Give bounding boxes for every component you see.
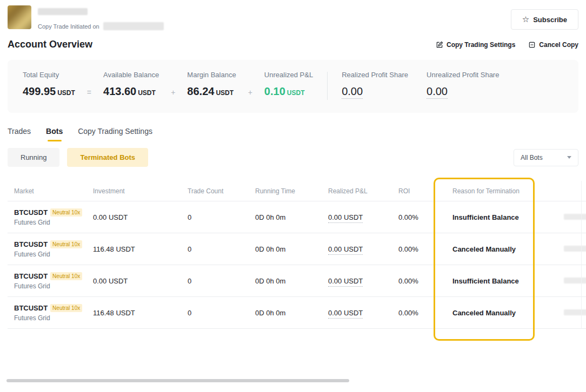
investment-cell: 116.48 USDT (93, 309, 188, 317)
trade-count-cell: 0 (188, 213, 255, 221)
action-redacted[interactable] (564, 309, 586, 315)
col-header-roi: ROI (398, 187, 452, 195)
table-header-row: Market Investment Trade Count Running Ti… (8, 181, 586, 201)
table-row: BTCUSDTNeutral 10x Futures Grid 116.48 U… (8, 297, 586, 329)
minus-square-icon (528, 41, 536, 49)
tab-trades[interactable]: Trades (8, 127, 31, 141)
subscribe-label: Subscribe (533, 16, 567, 24)
market-cell: BTCUSDTNeutral 10x Futures Grid (14, 240, 93, 258)
termination-reason-cell: Canceled Manually (452, 245, 561, 253)
stat-available-balance: Available Balance 413.60USDT (103, 71, 159, 98)
stat-unrealized-pnl: Unrealized P&L 0.10USDT (264, 71, 313, 98)
stats-divider (327, 72, 328, 100)
stat-label: Available Balance (103, 71, 159, 79)
col-header-market: Market (14, 187, 93, 195)
roi-cell: 0.00% (398, 309, 452, 317)
bots-filter-row: Running Terminated Bots All Bots (0, 148, 586, 167)
col-header-trade-count: Trade Count (188, 187, 255, 195)
trade-count-cell: 0 (188, 277, 255, 285)
stat-value: 0.00 (342, 85, 408, 98)
leverage-badge: Neutral 10x (50, 272, 82, 280)
realized-pnl-cell: 0.00 USDT (328, 245, 398, 253)
unit-label: USDT (216, 89, 234, 97)
terminated-bots-table: Market Investment Trade Count Running Ti… (8, 181, 586, 329)
running-time-cell: 0D 0h 0m (255, 213, 328, 221)
copy-trading-settings-link[interactable]: Copy Trading Settings (436, 41, 515, 49)
initiated-label: Copy Trade Initiated on (38, 23, 99, 30)
stat-unrealized-profit-share: Unrealized Profit Share 0.00 (427, 71, 499, 98)
trader-meta: Copy Trade Initiated on (38, 5, 164, 30)
plus-operator: + (171, 88, 175, 97)
realized-pnl-cell: 0.00 USDT (328, 213, 398, 221)
roi-cell: 0.00% (398, 277, 452, 285)
unit-label: USDT (287, 89, 305, 97)
leverage-badge: Neutral 10x (50, 304, 82, 312)
roi-cell: 0.00% (398, 245, 452, 253)
top-bar: Copy Trade Initiated on ☆ Subscribe (0, 5, 586, 30)
equals-operator: = (87, 88, 91, 97)
market-pair: BTCUSDT (14, 208, 48, 217)
all-bots-dropdown[interactable]: All Bots (514, 149, 578, 166)
trader-avatar (8, 5, 31, 29)
strategy-type: Futures Grid (14, 314, 93, 322)
stat-value: 86.24USDT (187, 85, 236, 98)
market-cell: BTCUSDTNeutral 10x Futures Grid (14, 272, 93, 290)
termination-reason-cell: Canceled Manually (452, 309, 561, 317)
market-pair: BTCUSDT (14, 272, 48, 280)
horizontal-scrollbar-thumb[interactable] (6, 379, 349, 382)
action-cell (561, 213, 586, 221)
tab-bots[interactable]: Bots (46, 127, 63, 141)
cancel-copy-link[interactable]: Cancel Copy (528, 41, 578, 49)
copy-trading-settings-label: Copy Trading Settings (447, 41, 515, 49)
subscribe-button[interactable]: ☆ Subscribe (511, 9, 578, 30)
star-icon: ☆ (522, 15, 529, 24)
strategy-type: Futures Grid (14, 251, 93, 258)
stat-label: Unrealized Profit Share (427, 71, 499, 79)
pinned-column-divider (581, 181, 582, 329)
unit-label: USDT (138, 89, 156, 97)
stat-value: 0.10USDT (264, 85, 313, 98)
account-stats-panel: Total Equity 499.95USDT = Available Bala… (8, 60, 578, 113)
table-row: BTCUSDTNeutral 10x Futures Grid 116.48 U… (8, 233, 586, 265)
main-tabs: Trades Bots Copy Trading Settings (0, 127, 586, 141)
market-pair: BTCUSDT (14, 240, 48, 248)
running-filter-button[interactable]: Running (8, 148, 59, 167)
all-bots-dropdown-value: All Bots (521, 154, 543, 161)
tab-copy-trading-settings[interactable]: Copy Trading Settings (78, 127, 152, 141)
col-header-investment: Investment (93, 187, 188, 195)
stat-value: 0.00 (427, 85, 499, 98)
stat-value: 413.60USDT (103, 85, 159, 98)
realized-pnl-cell: 0.00 USDT (328, 277, 398, 285)
terminated-bots-filter-button[interactable]: Terminated Bots (67, 148, 148, 167)
strategy-type: Futures Grid (14, 219, 93, 226)
stat-realized-profit-share: Realized Profit Share 0.00 (342, 71, 408, 98)
stat-label: Total Equity (23, 71, 75, 79)
strategy-type: Futures Grid (14, 282, 93, 290)
stat-total-equity: Total Equity 499.95USDT (23, 71, 75, 98)
market-cell: BTCUSDTNeutral 10x Futures Grid (14, 208, 93, 226)
trade-count-cell: 0 (188, 245, 255, 253)
action-cell (561, 245, 586, 253)
action-redacted[interactable] (564, 278, 586, 283)
market-cell: BTCUSDTNeutral 10x Futures Grid (14, 304, 93, 322)
investment-cell: 0.00 USDT (93, 277, 188, 285)
plus-operator: + (248, 88, 252, 97)
copy-trade-initiated: Copy Trade Initiated on (38, 22, 164, 30)
table-row: BTCUSDTNeutral 10x Futures Grid 0.00 USD… (8, 201, 586, 233)
stat-label: Realized Profit Share (342, 71, 408, 79)
leverage-badge: Neutral 10x (50, 208, 82, 217)
col-header-reason: Reason for Termination (452, 187, 561, 195)
termination-reason-cell: Insufficient Balance (452, 213, 561, 221)
edit-icon (436, 41, 443, 49)
chevron-down-icon (567, 156, 571, 159)
market-pair: BTCUSDT (14, 304, 48, 312)
action-redacted[interactable] (564, 246, 586, 252)
overview-actions: Copy Trading Settings Cancel Copy (436, 41, 578, 49)
running-time-cell: 0D 0h 0m (255, 277, 328, 285)
leverage-badge: Neutral 10x (50, 240, 82, 248)
action-redacted[interactable] (564, 214, 586, 220)
action-cell (561, 277, 586, 285)
col-header-running-time: Running Time (255, 187, 328, 195)
realized-pnl-cell: 0.00 USDT (328, 309, 398, 317)
trader-name-redacted (38, 8, 88, 15)
